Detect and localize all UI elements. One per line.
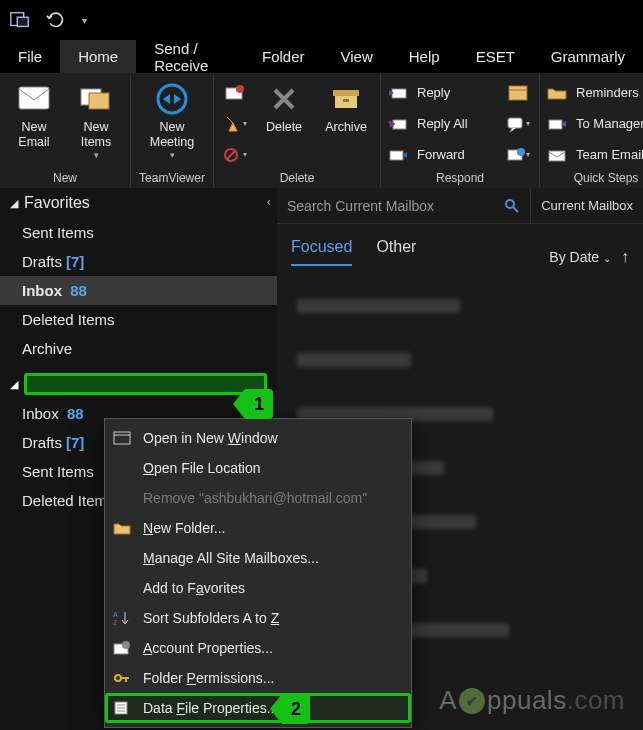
message-item[interactable] — [287, 336, 633, 384]
ctx-label: Manage All Site Mailboxes... — [143, 550, 319, 566]
fav-archive[interactable]: Archive — [0, 334, 277, 363]
envelope-icon — [17, 82, 51, 116]
tab-send-receive[interactable]: Send / Receive — [136, 40, 244, 73]
im-button[interactable]: ▾ — [503, 111, 533, 137]
key-icon — [111, 668, 133, 688]
svg-rect-18 — [509, 86, 527, 100]
quickstep-label: Reminders — [576, 85, 639, 100]
tab-home[interactable]: Home — [60, 40, 136, 73]
ctx-account-properties[interactable]: Account Properties... — [105, 633, 411, 663]
ctx-remove-account: Remove "ashbukhari@hotmail.com" — [105, 483, 411, 513]
folder-icon — [546, 84, 568, 102]
tab-other[interactable]: Other — [376, 238, 416, 266]
tab-focused[interactable]: Focused — [291, 238, 352, 266]
mail-icon — [546, 146, 568, 164]
ctx-data-file-properties[interactable]: Data File Properties... — [105, 693, 411, 723]
callout-marker-1: 1 — [245, 389, 273, 419]
new-meeting-label: New Meeting — [150, 120, 194, 150]
search-input[interactable]: Search Current Mailbox — [277, 188, 531, 223]
reply-all-button[interactable]: Reply All — [387, 111, 497, 137]
callout-marker-2: 2 — [282, 694, 310, 724]
blank-icon — [111, 488, 133, 508]
forward-button[interactable]: Forward — [387, 142, 497, 168]
undo-button[interactable] — [42, 6, 70, 34]
sort-button[interactable]: By Date ⌄ — [549, 249, 611, 265]
count-badge: 88 — [70, 282, 87, 299]
qat-dropdown[interactable]: ▾ — [78, 15, 91, 26]
group-label-teamviewer: TeamViewer — [137, 169, 207, 188]
search-scope-button[interactable]: Current Mailbox — [531, 188, 643, 223]
svg-rect-12 — [333, 90, 359, 96]
wm-text: .com — [567, 685, 625, 716]
reply-button[interactable]: Reply — [387, 80, 497, 106]
new-meeting-button[interactable]: New Meeting ▾ — [137, 78, 207, 169]
teamviewer-icon — [155, 82, 189, 116]
forward-mail-icon — [546, 115, 568, 133]
properties-icon — [111, 698, 133, 718]
ctx-new-folder[interactable]: New Folder... — [105, 513, 411, 543]
count-badge: [7] — [66, 253, 84, 270]
reply-all-icon — [387, 115, 409, 133]
gear-mail-icon — [111, 638, 133, 658]
new-items-label: New Items — [81, 120, 112, 150]
delete-button[interactable]: Delete — [256, 78, 312, 169]
tab-grammarly[interactable]: Grammarly — [533, 40, 643, 73]
ctx-folder-permissions[interactable]: Folder Permissions... — [105, 663, 411, 693]
folder-icon — [111, 518, 133, 538]
archive-button[interactable]: Archive — [318, 78, 374, 169]
count-badge: 88 — [67, 405, 84, 422]
search-placeholder: Search Current Mailbox — [287, 198, 434, 214]
folder-label: Inbox — [22, 405, 59, 422]
app-icon — [6, 6, 34, 34]
tab-help[interactable]: Help — [391, 40, 458, 73]
ribbon: New Email New Items ▾ New New Meeting ▾ … — [0, 74, 643, 188]
group-new: New Email New Items ▾ New — [0, 74, 131, 188]
fav-sent-items[interactable]: Sent Items — [0, 218, 277, 247]
quickstep-teamemail[interactable]: Team Email — [546, 142, 643, 168]
tab-eset[interactable]: ESET — [458, 40, 533, 73]
title-bar: ▾ — [0, 0, 643, 40]
fav-drafts[interactable]: Drafts[7] — [0, 247, 277, 276]
svg-line-9 — [227, 151, 235, 159]
tab-view[interactable]: View — [323, 40, 391, 73]
new-items-button[interactable]: New Items ▾ — [68, 78, 124, 169]
meeting-button[interactable] — [503, 80, 533, 106]
group-label-delete: Delete — [220, 169, 374, 188]
svg-point-22 — [517, 148, 525, 156]
new-items-icon — [79, 82, 113, 116]
ctx-open-file-location[interactable]: Open File Location — [105, 453, 411, 483]
fav-inbox[interactable]: Inbox 88 — [0, 276, 277, 305]
ctx-label: Add to Favorites — [143, 580, 245, 596]
message-item[interactable] — [287, 282, 633, 330]
search-icon[interactable] — [504, 198, 520, 214]
ignore-button[interactable] — [220, 80, 250, 106]
folder-label: Drafts — [22, 253, 62, 270]
tab-file[interactable]: File — [0, 40, 60, 73]
sort-direction-button[interactable]: ↑ — [621, 248, 629, 266]
tab-folder[interactable]: Folder — [244, 40, 323, 73]
ctx-label: Data File Properties... — [143, 700, 278, 716]
svg-point-33 — [115, 675, 121, 681]
archive-icon — [329, 82, 363, 116]
redacted-text — [297, 299, 460, 313]
cleanup-button[interactable]: ▾ — [220, 111, 250, 137]
quickstep-tomanager[interactable]: To Manager — [546, 111, 643, 137]
svg-point-7 — [236, 85, 244, 93]
fav-deleted-items[interactable]: Deleted Items — [0, 305, 277, 334]
favorites-header[interactable]: ◢ Favorites — [0, 188, 277, 218]
more-respond-button[interactable]: ▾ — [503, 142, 533, 168]
junk-button[interactable]: ▾ — [220, 142, 250, 168]
quickstep-reminders[interactable]: Reminders — [546, 80, 643, 106]
watermark-logo-icon: ✔ — [459, 688, 485, 714]
svg-text:Z: Z — [113, 619, 118, 626]
ctx-sort-subfolders[interactable]: AZ Sort Subfolders A to Z — [105, 603, 411, 633]
ctx-manage-mailboxes[interactable]: Manage All Site Mailboxes... — [105, 543, 411, 573]
ctx-add-favorites[interactable]: Add to Favorites — [105, 573, 411, 603]
collapse-button[interactable]: ‹ — [267, 194, 271, 209]
svg-point-25 — [506, 200, 514, 208]
archive-label: Archive — [325, 120, 367, 135]
ctx-label: Remove "ashbukhari@hotmail.com" — [143, 490, 367, 506]
count-badge: [7] — [66, 434, 84, 451]
ctx-open-new-window[interactable]: Open in New Window — [105, 423, 411, 453]
new-email-button[interactable]: New Email — [6, 78, 62, 169]
